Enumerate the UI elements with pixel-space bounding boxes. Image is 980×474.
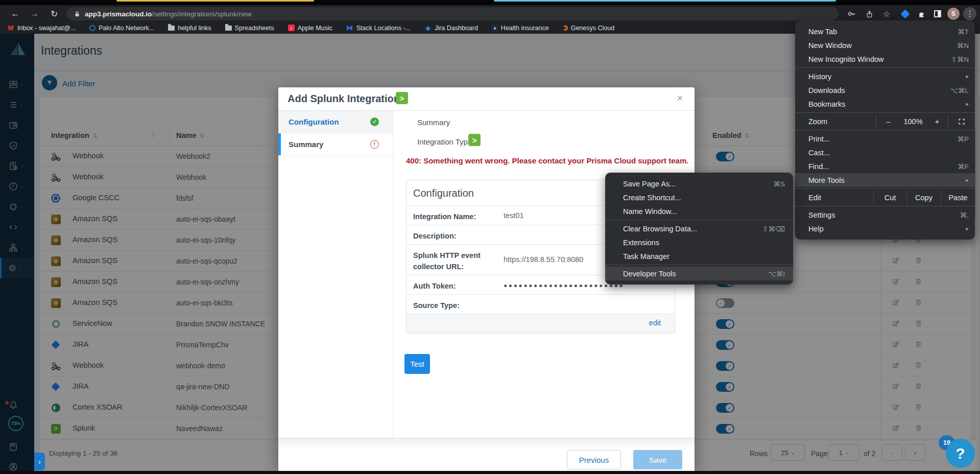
field-label: Source Type: [413, 300, 495, 311]
screen: ← → ↻ app3.prismacloud.io/settings/integ… [0, 0, 980, 474]
summary-heading: Summary [417, 118, 450, 127]
bookmark-item[interactable]: ⋈ Stack Locations -... [346, 25, 411, 32]
step-configuration[interactable]: Configuration ✓ [278, 111, 393, 133]
bookmark-item[interactable]: helpful links [168, 25, 211, 32]
menu-item-name-window[interactable]: Name Window... [605, 204, 793, 218]
menu-item-save-page-as[interactable]: Save Page As... ⌘S [605, 177, 793, 191]
field-value: ●●●●●●●●●●●●●●●●●●●●●●●● [504, 282, 624, 289]
field-label: Description: [413, 230, 495, 242]
menu-item-edit: Edit Cut Copy Paste [795, 191, 975, 204]
menu-item-more-tools[interactable]: More Tools ▸ [795, 173, 975, 187]
menu-item-cast[interactable]: Cast... [795, 146, 975, 159]
menu-item-new-window[interactable]: New Window ⌘N [795, 38, 975, 52]
zoom-in-button[interactable]: + [926, 114, 948, 128]
gmail-icon: M [7, 25, 14, 32]
url-bar[interactable]: app3.prismacloud.io/settings/integration… [66, 7, 839, 20]
jira-extension-icon[interactable] [899, 8, 911, 20]
bookmark-item[interactable]: Palo Alto Network... [89, 25, 154, 32]
field-label: Splunk HTTP event collector URL: [413, 250, 495, 273]
zoom-out-button[interactable]: – [876, 114, 900, 128]
zoom-level: 100% [900, 114, 926, 128]
bookmark-item[interactable]: ▲ Health insurance [492, 25, 549, 32]
test-button[interactable]: Test [404, 354, 430, 374]
avatar[interactable]: S [947, 8, 960, 20]
menu-item-zoom[interactable]: Zoom – 100% + [795, 114, 975, 128]
more-tools-submenu: Save Page As... ⌘S Create Shortcut... Na… [605, 173, 793, 285]
extensions-puzzle-icon[interactable] [915, 8, 927, 20]
menu-item-new-tab[interactable]: New Tab ⌘T [795, 25, 975, 38]
field-value: test01 [504, 211, 524, 220]
password-key-icon[interactable] [845, 8, 857, 20]
menu-item-clear-browsing-data[interactable]: Clear Browsing Data... ⇧⌘⌫ [605, 222, 793, 235]
menu-item-downloads[interactable]: Downloads ⌥⌘L [795, 83, 975, 97]
save-button[interactable]: Save [633, 450, 682, 469]
url-host: app3.prismacloud.io [85, 10, 152, 18]
menu-item-extensions[interactable]: Extensions [605, 235, 793, 249]
bookmark-item[interactable]: Genesys Cloud [563, 25, 614, 32]
menu-item-find[interactable]: Find... ⌘F [795, 159, 975, 173]
field-label: Integration Name: [413, 211, 495, 222]
step-done-icon: ✓ [370, 117, 379, 126]
browser-menu-kebab-icon[interactable]: ⋮ [963, 7, 976, 20]
modal-stepper: Configuration ✓ Summary ! [278, 111, 393, 438]
edit-paste-button[interactable]: Paste [941, 191, 975, 204]
field-label: Auth Token: [413, 280, 495, 292]
menu-item-bookmarks[interactable]: Bookmarks ▸ [795, 97, 975, 111]
submenu-arrow-icon: ▸ [966, 101, 969, 107]
url-path: /settings/integrations/splunk/new [152, 10, 251, 18]
previous-button[interactable]: Previous [567, 450, 621, 469]
browser-main-menu: New Tab ⌘T New Window ⌘N New Incognito W… [795, 20, 975, 240]
music-icon: ♪ [288, 25, 295, 31]
splunk-icon: > [468, 134, 481, 146]
genesys-icon [563, 26, 568, 31]
folder-icon [168, 26, 175, 31]
integration-type-label: Integration Type [417, 137, 472, 146]
modal-footer: Previous Save [278, 438, 695, 471]
bowtie-icon: ⋈ [346, 25, 353, 32]
bookmark-item[interactable]: ◆ Jira Dashboard [424, 25, 478, 32]
bookmark-item[interactable]: ♪ Apple Music [288, 25, 332, 32]
tab-strip [0, 0, 980, 5]
submenu-arrow-icon: ▸ [966, 73, 969, 80]
menu-item-create-shortcut[interactable]: Create Shortcut... [605, 191, 793, 204]
step-error-icon: ! [370, 140, 379, 149]
menu-item-history[interactable]: History ▸ [795, 69, 975, 83]
modal-header: Add Splunk Integration > ✕ [278, 87, 695, 111]
folder-icon [225, 26, 232, 31]
edit-link[interactable]: edit [649, 319, 661, 327]
menu-item-developer-tools[interactable]: Developer Tools ⌥⌘I [605, 267, 793, 280]
share-icon[interactable] [863, 8, 875, 20]
lock-icon [74, 10, 81, 18]
menu-item-help[interactable]: Help ▸ [795, 222, 975, 235]
reload-icon[interactable]: ↻ [46, 5, 62, 22]
bookmark-item[interactable]: Spreadsheets [225, 25, 274, 32]
tab-group-yellow [116, 0, 314, 2]
menu-item-task-manager[interactable]: Task Manager [605, 249, 793, 263]
back-icon[interactable]: ← [7, 5, 23, 22]
submenu-arrow-icon: ▸ [966, 177, 969, 183]
menu-item-settings[interactable]: Settings ⌘, [795, 208, 975, 222]
health-icon: ▲ [492, 25, 498, 31]
step-summary[interactable]: Summary ! [278, 133, 393, 156]
edit-cut-button[interactable]: Cut [873, 191, 906, 204]
bookmark-item[interactable]: M Inbox - swajahat@... [7, 25, 76, 32]
fullscreen-icon[interactable] [948, 114, 975, 128]
bookmark-star-icon[interactable]: ☆ [880, 8, 893, 20]
submenu-arrow-icon: ▸ [966, 225, 969, 232]
side-panel-icon[interactable] [931, 8, 944, 20]
tab-group-cyan [494, 0, 836, 2]
close-icon[interactable]: ✕ [677, 93, 683, 103]
palo-icon [89, 25, 95, 31]
modal-title: Add Splunk Integration > [288, 93, 400, 105]
field-value: https://198.8.55.70:8080 [504, 255, 583, 264]
window-bottom-edge [0, 471, 980, 474]
help-button[interactable]: ? [946, 439, 975, 468]
edit-copy-button[interactable]: Copy [906, 191, 941, 204]
browser-toolbar: ← → ↻ app3.prismacloud.io/settings/integ… [0, 5, 980, 22]
sidebar-expand-chevron[interactable]: › [34, 453, 45, 470]
menu-item-new-incognito-window[interactable]: New Incognito Window ⇧⌘N [795, 52, 975, 66]
splunk-icon: > [396, 92, 408, 104]
jira-icon: ◆ [424, 25, 432, 32]
forward-icon[interactable]: → [27, 5, 43, 22]
menu-item-print[interactable]: Print... ⌘P [795, 132, 975, 146]
